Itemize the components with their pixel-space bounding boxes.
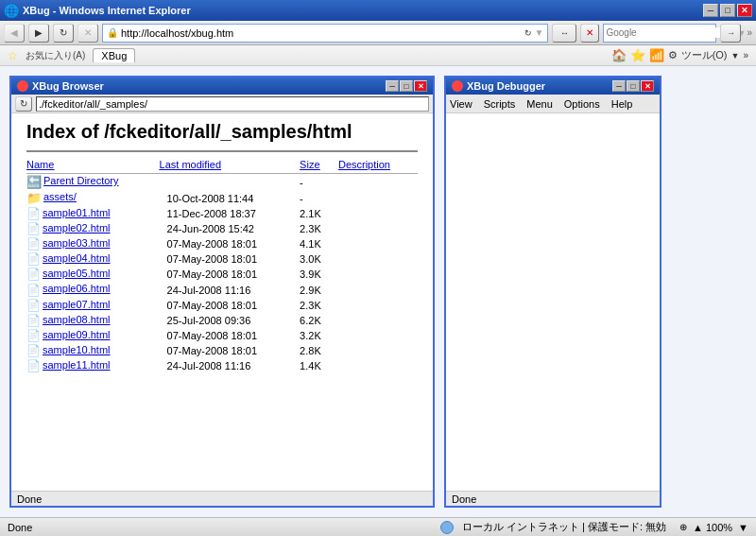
- search-input[interactable]: [606, 27, 726, 38]
- file-size-cell: 4.1K: [300, 236, 338, 251]
- col-size-header[interactable]: Size: [300, 156, 338, 174]
- more-tools-icon[interactable]: »: [743, 50, 748, 61]
- file-icon: 📄: [26, 237, 41, 251]
- file-link[interactable]: sample11.html: [43, 359, 111, 371]
- file-link[interactable]: sample10.html: [43, 344, 111, 355]
- file-modified-cell: 07-May-2008 18:01: [160, 236, 301, 251]
- address-go-icon[interactable]: ↻: [522, 28, 535, 38]
- zoom-dropdown-icon[interactable]: ▼: [738, 522, 748, 533]
- file-link[interactable]: Parent Directory: [43, 175, 118, 186]
- file-link[interactable]: sample07.html: [43, 299, 111, 310]
- address-bar[interactable]: 🔒 ↻ ▼: [102, 24, 548, 43]
- stop-button2[interactable]: ✕: [580, 24, 599, 43]
- file-name-cell: 📄sample10.html: [26, 343, 160, 358]
- zoom-level: ▲ 100%: [693, 522, 732, 533]
- debugger-menu-item-menu[interactable]: Menu: [526, 98, 553, 110]
- file-desc-cell: [338, 236, 418, 251]
- debugger-menu-item-scripts[interactable]: Scripts: [484, 98, 516, 110]
- tab-xbug[interactable]: XBug: [93, 48, 135, 62]
- table-row: 📄sample11.html24-Jul-2008 11:161.4K: [26, 358, 418, 373]
- table-header-row: Name Last modified Size Description: [26, 156, 418, 174]
- xbug-debugger-minimize[interactable]: ─: [612, 80, 626, 92]
- col-modified-header[interactable]: Last modified: [160, 156, 301, 174]
- ie-title: XBug - Windows Internet Explorer: [19, 5, 703, 16]
- col-desc-header[interactable]: Description: [338, 156, 418, 174]
- debugger-menu-item-view[interactable]: View: [450, 98, 472, 110]
- xbug-browser-controls: ─ □ ✕: [386, 78, 427, 95]
- tools-label[interactable]: ツール(O): [681, 48, 728, 62]
- back-button[interactable]: ◀: [4, 24, 25, 43]
- xbug-browser-restore[interactable]: □: [400, 80, 413, 92]
- xbug-debugger-close[interactable]: ✕: [641, 80, 654, 92]
- xbug-browser-content[interactable]: Index of /fckeditor/all/_samples/html Na…: [11, 113, 433, 491]
- favorites-label: お気に入り(A): [26, 49, 85, 62]
- rss-icon[interactable]: 📶: [649, 48, 664, 62]
- tools-dropdown-icon[interactable]: ▼: [731, 51, 740, 61]
- file-size-cell: 3.0K: [300, 251, 338, 267]
- tools-icon[interactable]: ⚙: [668, 49, 678, 61]
- col-name-header[interactable]: Name: [26, 156, 160, 174]
- table-row: 📄sample01.html11-Dec-2008 18:372.1K: [26, 206, 418, 221]
- file-icon: 📄: [26, 268, 41, 281]
- file-link[interactable]: sample09.html: [43, 329, 111, 340]
- file-name-cell: 📄sample03.html: [26, 236, 160, 251]
- file-modified-cell: 25-Jul-2008 09:36: [160, 313, 301, 328]
- col-desc-link[interactable]: Description: [338, 159, 390, 170]
- file-link[interactable]: assets/: [43, 191, 77, 202]
- forward-button[interactable]: ▶: [28, 24, 49, 43]
- file-link[interactable]: sample08.html: [43, 314, 111, 325]
- col-size-link[interactable]: Size: [300, 159, 319, 170]
- lock-icon: 🔒: [107, 27, 118, 38]
- xbug-debugger-restore[interactable]: □: [627, 80, 640, 92]
- xbug-browser-status-text: Done: [17, 493, 42, 505]
- xbug-browser-close[interactable]: ✕: [414, 80, 427, 92]
- favorites-star-icon[interactable]: ☆: [8, 49, 18, 62]
- address-input[interactable]: [121, 27, 522, 39]
- index-title: Index of /fckeditor/all/_samples/html: [26, 121, 418, 143]
- file-desc-cell: [338, 313, 418, 328]
- folder-icon: 📁: [26, 191, 42, 205]
- search-go-button[interactable]: →: [720, 24, 741, 43]
- zone-label: ローカル イントラネット | 保護モード: 無効: [462, 520, 666, 534]
- xbug-browser-navbar: ↻ ./fckeditor/all/_samples/: [11, 95, 433, 113]
- file-desc-cell: [338, 282, 418, 297]
- file-modified-cell: 24-Jun-2008 15:42: [160, 221, 301, 236]
- xbug-browser-window: XBug Browser ─ □ ✕ ↻ ./fckeditor/all/_sa…: [9, 76, 435, 508]
- file-link[interactable]: sample02.html: [43, 222, 111, 233]
- xbug-nav-refresh[interactable]: ↻: [15, 96, 32, 112]
- file-modified-cell: 07-May-2008 18:01: [160, 328, 301, 343]
- file-table-body: 🔙Parent Directory-📁assets/10-Oct-2008 11…: [26, 174, 418, 374]
- toolbar-more-icon[interactable]: »: [745, 27, 752, 38]
- refresh-button[interactable]: ↻: [53, 24, 74, 43]
- ie-minimize-button[interactable]: ─: [703, 4, 718, 17]
- file-link[interactable]: sample04.html: [43, 252, 111, 264]
- ie-toolbar: ◀ ▶ ↻ ✕ 🔒 ↻ ▼ ↔ ✕ 🔍 ▼ → »: [0, 21, 756, 45]
- file-link[interactable]: sample03.html: [43, 237, 111, 249]
- search-bar[interactable]: 🔍 ▼: [603, 24, 716, 43]
- file-link[interactable]: sample06.html: [43, 283, 111, 294]
- stop-button[interactable]: ✕: [77, 24, 98, 43]
- debugger-menu-item-options[interactable]: Options: [564, 98, 600, 110]
- ie-close-button[interactable]: ✕: [737, 4, 752, 17]
- file-link[interactable]: sample05.html: [43, 268, 111, 279]
- debugger-menu-item-help[interactable]: Help: [611, 98, 633, 110]
- file-link[interactable]: sample01.html: [43, 207, 111, 218]
- col-name-link[interactable]: Name: [26, 159, 54, 170]
- table-row: 📄sample03.html07-May-2008 18:014.1K: [26, 236, 418, 251]
- file-name-cell: 📄sample08.html: [26, 313, 160, 328]
- star-add-icon[interactable]: ⭐: [630, 48, 645, 62]
- xbug-browser-titlebar: XBug Browser ─ □ ✕: [11, 78, 433, 95]
- xbug-debugger-status: Done: [446, 491, 660, 506]
- ie-restore-button[interactable]: □: [720, 4, 735, 17]
- file-modified-cell: 11-Dec-2008 18:37: [160, 206, 301, 221]
- file-icon: 📄: [26, 207, 41, 220]
- col-modified-link[interactable]: Last modified: [160, 159, 221, 170]
- xbug-browser-minimize[interactable]: ─: [386, 80, 399, 92]
- file-desc-cell: [338, 298, 418, 313]
- home-icon[interactable]: 🏠: [611, 48, 627, 62]
- xbug-address-bar: ./fckeditor/all/_samples/: [36, 96, 429, 112]
- address-refresh-button[interactable]: ↔: [552, 24, 576, 43]
- file-desc-cell: [338, 267, 418, 282]
- file-desc-cell: [338, 206, 418, 221]
- address-dropdown-icon[interactable]: ▼: [535, 27, 544, 38]
